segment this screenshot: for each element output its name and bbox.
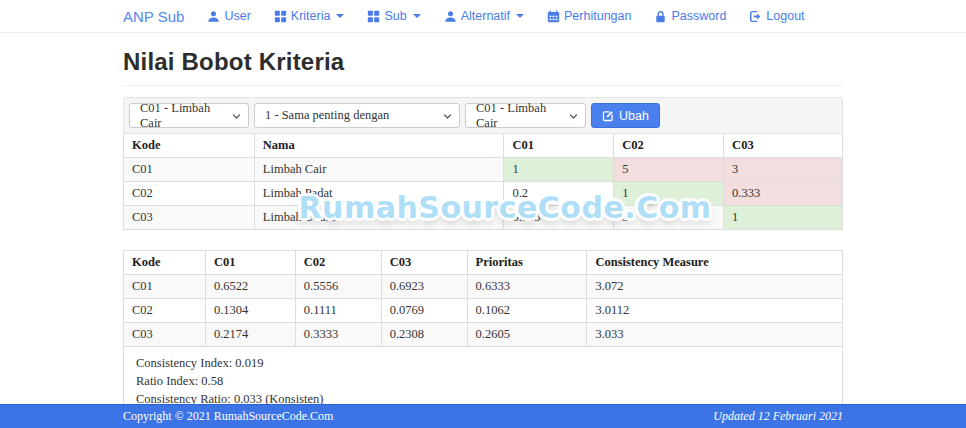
cell-value: 3 (614, 206, 724, 230)
matrix-header-row: Kode Nama C01 C02 C03 (124, 134, 843, 158)
ubah-button[interactable]: Ubah (591, 103, 660, 128)
brand-anp-sub[interactable]: ANP Sub (123, 8, 184, 25)
cell-consistency-measure: 3.0112 (587, 299, 843, 323)
nav-item-user[interactable]: User (207, 9, 250, 23)
chevron-down-icon (569, 112, 578, 121)
table-row: C02 Limbah Padat 0.2 1 0.333 (124, 182, 843, 206)
col-consistency-measure: Consistency Measure (587, 251, 843, 275)
col-c01: C01 (205, 251, 295, 275)
edit-icon (602, 110, 614, 122)
page-footer: Copyright © 2021 RumahSourceCode.Com Upd… (0, 404, 966, 428)
cell-kode: C03 (124, 323, 206, 347)
cell-value: 0.2174 (205, 323, 295, 347)
cell-prioritas: 0.6333 (467, 275, 587, 299)
title-divider (123, 85, 843, 86)
nav-item-label: Sub (384, 9, 406, 23)
nav-item-label: User (224, 9, 250, 23)
cell-value: 0.3333 (295, 323, 381, 347)
user-icon (444, 10, 457, 23)
kriteria-left-value: C01 - Limbah Cair (140, 101, 224, 131)
importance-value: 1 - Sama penting dengan (265, 108, 389, 123)
cell-consistency-measure: 3.072 (587, 275, 843, 299)
table-row: C02 0.1304 0.1111 0.0769 0.1062 3.0112 (124, 299, 843, 323)
nav-item-label: Password (671, 9, 726, 23)
table-row: C03 0.2174 0.3333 0.2308 0.2605 3.033 (124, 323, 843, 347)
lock-icon (654, 10, 667, 23)
grid-icon (274, 10, 287, 23)
chevron-down-icon (443, 112, 452, 121)
cell-value: 0.1304 (205, 299, 295, 323)
priority-table: Kode C01 C02 C03 Prioritas Consistency M… (123, 250, 843, 347)
cell-kode: C01 (124, 158, 255, 182)
col-c03: C03 (724, 134, 843, 158)
cell-value: 0.5556 (295, 275, 381, 299)
caret-down-icon (336, 14, 344, 18)
cell-nama: Limbah Padat (254, 182, 504, 206)
page-title: Nilai Bobot Kriteria (123, 48, 843, 76)
cell-value: 0.1111 (295, 299, 381, 323)
cell-nama: Limbah Cair (254, 158, 504, 182)
cell-prioritas: 0.2605 (467, 323, 587, 347)
col-kode: Kode (124, 134, 255, 158)
cell-value: 0.6923 (381, 275, 467, 299)
consistency-index-line: Consistency Index: 0.019 (136, 354, 830, 372)
matrix-table: Kode Nama C01 C02 C03 C01 Limbah Cair 1 … (123, 133, 843, 230)
col-kode: Kode (124, 251, 206, 275)
cell-value: 3 (724, 158, 843, 182)
caret-down-icon (413, 14, 421, 18)
cell-value: 0.0769 (381, 299, 467, 323)
kriteria-right-value: C01 - Limbah Cair (476, 101, 561, 131)
cell-value: 0.333 (504, 206, 614, 230)
logout-icon (749, 10, 762, 23)
nav-item-label: Perhitungan (564, 9, 631, 23)
importance-select[interactable]: 1 - Sama penting dengan (254, 103, 460, 128)
cell-value: 0.333 (724, 182, 843, 206)
cell-value: 1 (724, 206, 843, 230)
col-nama: Nama (254, 134, 504, 158)
ubah-button-label: Ubah (619, 109, 649, 123)
cell-kode: C02 (124, 182, 255, 206)
main-container: Nilai Bobot Kriteria C01 - Limbah Cair 1… (123, 48, 843, 419)
kriteria-left-select[interactable]: C01 - Limbah Cair (129, 103, 249, 128)
caret-down-icon (516, 14, 524, 18)
chevron-down-icon (232, 112, 241, 121)
cell-consistency-measure: 3.033 (587, 323, 843, 347)
footer-updated: Updated 12 Februari 2021 (713, 409, 843, 424)
col-c03: C03 (381, 251, 467, 275)
ratio-index-line: Ratio Index: 0.58 (136, 372, 830, 390)
nav-item-alternatif[interactable]: Alternatif (444, 9, 524, 23)
col-c02: C02 (295, 251, 381, 275)
kriteria-right-select[interactable]: C01 - Limbah Cair (465, 103, 586, 128)
nav-item-password[interactable]: Password (654, 9, 726, 23)
cell-value: 0.2308 (381, 323, 467, 347)
table-spacer (123, 230, 843, 250)
nav-item-label: Logout (766, 9, 804, 23)
cell-value: 0.2 (504, 182, 614, 206)
col-c02: C02 (614, 134, 724, 158)
cell-prioritas: 0.1062 (467, 299, 587, 323)
cell-nama: Limbah Udara (254, 206, 504, 230)
cell-value: 5 (614, 158, 724, 182)
cell-kode: C01 (124, 275, 206, 299)
grid-icon (367, 10, 380, 23)
nav-item-kriteria[interactable]: Kriteria (274, 9, 345, 23)
user-icon (207, 10, 220, 23)
table-row: C03 Limbah Udara 0.333 3 1 (124, 206, 843, 230)
top-navbar: ANP Sub User Kriteria Sub Alternatif Per… (0, 0, 966, 33)
cell-kode: C02 (124, 299, 206, 323)
footer-copyright: Copyright © 2021 RumahSourceCode.Com (123, 409, 333, 424)
nav-item-perhitungan[interactable]: Perhitungan (547, 9, 631, 23)
cell-value: 1 (614, 182, 724, 206)
table-row: C01 Limbah Cair 1 5 3 (124, 158, 843, 182)
nav-item-sub[interactable]: Sub (367, 9, 420, 23)
cell-kode: C03 (124, 206, 255, 230)
priority-header-row: Kode C01 C02 C03 Prioritas Consistency M… (124, 251, 843, 275)
table-row: C01 0.6522 0.5556 0.6923 0.6333 3.072 (124, 275, 843, 299)
col-c01: C01 (504, 134, 614, 158)
nav-item-logout[interactable]: Logout (749, 9, 804, 23)
cell-value: 1 (504, 158, 614, 182)
col-prioritas: Prioritas (467, 251, 587, 275)
comparison-form-panel: C01 - Limbah Cair 1 - Sama penting denga… (123, 97, 843, 134)
nav-item-label: Alternatif (461, 9, 510, 23)
nav-item-label: Kriteria (291, 9, 331, 23)
